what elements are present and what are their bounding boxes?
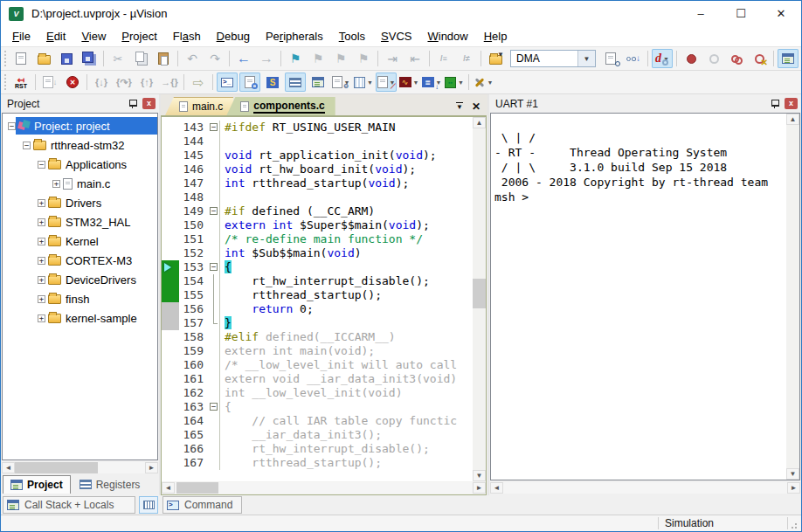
tree-item-body[interactable]: STM32_HAL — [45, 213, 157, 231]
tree-item-kernel-sample[interactable]: +kernel-sample — [3, 308, 157, 328]
bookmark-next-button[interactable]: ⚑ — [330, 49, 351, 68]
menu-peripherals[interactable]: Peripherals — [258, 28, 331, 45]
chevron-down-icon[interactable]: ▼ — [458, 79, 464, 86]
navigate-forward-button[interactable]: → — [256, 49, 277, 68]
pin-icon[interactable] — [771, 99, 779, 108]
code-line-149[interactable]: 149−#if defined (__CC_ARM) — [162, 204, 473, 218]
expand-icon[interactable]: + — [52, 180, 60, 188]
menu-edit[interactable]: Edit — [38, 28, 73, 45]
code-line-150[interactable]: 150extern int $Super$$main(void); — [162, 218, 473, 232]
tree-item-body[interactable]: main.c — [60, 175, 157, 192]
expand-icon[interactable]: + — [38, 199, 45, 207]
step-over-button[interactable]: {↷} — [114, 73, 135, 92]
code-line-157[interactable]: 157} — [162, 316, 473, 330]
tree-item-body[interactable]: finsh — [45, 290, 157, 307]
tree-item-stm32-hal[interactable]: +STM32_HAL — [3, 212, 157, 231]
undo-button[interactable]: ↶ — [182, 49, 203, 68]
code-line-154[interactable]: 154 rt_hw_interrupt_disable(); — [162, 274, 473, 288]
tree-item-cortex-m3[interactable]: +CORTEX-M3 — [3, 251, 157, 270]
menu-project[interactable]: Project — [114, 28, 164, 45]
paste-button[interactable] — [153, 49, 174, 68]
configure-flags-button[interactable]: ▼ — [485, 49, 506, 68]
tab-project[interactable]: Project — [3, 475, 71, 494]
minimize-button[interactable]: – — [681, 1, 721, 26]
new-file-button[interactable] — [10, 49, 31, 68]
toolbox-window-button[interactable]: ▪▪▼ — [444, 73, 465, 92]
code-line-155[interactable]: 155 rtthread_startup(); — [162, 288, 473, 302]
fold-collapse-icon[interactable]: − — [210, 263, 218, 271]
code-line-156[interactable]: 156 return 0; — [162, 302, 473, 316]
code-line-152[interactable]: 152int $Sub$$main(void) — [162, 246, 473, 260]
disassembly-window-button[interactable] — [239, 73, 260, 92]
cut-button[interactable]: ✂ — [107, 49, 128, 68]
menu-tools[interactable]: Tools — [331, 28, 373, 45]
scroll-down-icon[interactable]: ▼ — [786, 468, 799, 480]
navigate-back-button[interactable]: ← — [233, 49, 254, 68]
breakpoint-insert-button[interactable] — [681, 49, 702, 68]
sysview-window-button[interactable]: ≣↓▼ — [421, 73, 442, 92]
editor-h-scrollbar[interactable]: ◄ ► — [162, 481, 486, 494]
tree-item-body[interactable]: rtthread-stm32 — [31, 136, 157, 154]
breakpoint-kill-all-button[interactable] — [726, 49, 747, 68]
scroll-down-icon[interactable]: ▼ — [473, 470, 486, 481]
tree-item-project-project[interactable]: −Project: project — [3, 116, 157, 135]
tab-command[interactable]: > Command — [162, 496, 242, 514]
code-line-160[interactable]: 160/* __low_level_init will auto call — [162, 358, 473, 372]
breakpoint-disable-all-button[interactable]: ✕ — [749, 49, 770, 68]
run-button[interactable]: ↓ — [39, 73, 60, 92]
uart-v-scrollbar[interactable]: ▲ ▼ — [786, 114, 799, 480]
save-button[interactable] — [56, 49, 77, 68]
find-in-files-button[interactable] — [600, 49, 621, 68]
menu-debug[interactable]: Debug — [209, 28, 258, 45]
serial-window-button[interactable]: ∕▼ — [376, 73, 397, 92]
scroll-up-icon[interactable]: ▲ — [786, 114, 799, 125]
scroll-right-icon[interactable]: ► — [145, 462, 158, 473]
close-button[interactable]: ✕ — [761, 1, 801, 26]
menu-view[interactable]: View — [73, 28, 114, 45]
breakpoint-enable-button[interactable] — [703, 49, 724, 68]
fold-column[interactable]: − — [209, 400, 220, 414]
fold-collapse-icon[interactable]: − — [210, 207, 218, 215]
unindent-button[interactable]: ⇤ — [404, 49, 425, 68]
indent-button[interactable]: ⇥ — [382, 49, 403, 68]
chevron-down-icon[interactable]: ▼ — [487, 79, 494, 86]
symbol-window-button[interactable]: S — [262, 73, 283, 92]
scroll-left-icon[interactable]: ◄ — [162, 482, 175, 494]
step-into-button[interactable]: {↓} — [91, 73, 112, 92]
bookmark-clear-button[interactable]: ⚑ — [353, 49, 374, 68]
uart-h-scrollbar[interactable]: ◄ ► — [490, 481, 800, 494]
window-list-icon[interactable]: ▼ — [456, 102, 463, 111]
run-to-cursor-button[interactable]: →{} — [159, 73, 180, 92]
maximize-button[interactable]: ☐ — [721, 1, 761, 26]
code-line-167[interactable]: 167 rtthread_startup(); — [162, 456, 473, 470]
tab-call-stack-locals[interactable]: Call Stack + Locals — [3, 496, 135, 514]
expand-icon[interactable]: + — [38, 295, 45, 303]
chevron-down-icon[interactable]: ▼ — [413, 79, 419, 86]
project-h-scrollbar[interactable]: ◄ ► — [2, 461, 158, 474]
close-document-icon[interactable]: ✕ — [472, 101, 481, 112]
editor-tab-main-c[interactable]: main.c — [165, 97, 233, 115]
reset-button[interactable]: ↤RST — [10, 73, 31, 92]
expand-icon[interactable]: + — [38, 314, 45, 322]
command-window-button[interactable]: >_ — [217, 73, 238, 92]
open-project-button[interactable] — [33, 49, 54, 68]
target-combo[interactable]: DMA▼ — [510, 50, 596, 67]
tree-item-body[interactable]: kernel-sample — [45, 309, 157, 327]
comment-button[interactable]: /≡ — [433, 49, 454, 68]
expand-icon[interactable]: + — [38, 276, 45, 284]
tree-item-drivers[interactable]: +Drivers — [3, 193, 157, 212]
fold-column[interactable]: − — [209, 260, 220, 274]
menu-flash[interactable]: Flash — [165, 28, 209, 45]
show-next-statement-button[interactable]: ⇨ — [188, 73, 209, 92]
collapse-icon[interactable]: − — [8, 122, 16, 130]
stop-button[interactable]: ✕ — [62, 73, 83, 92]
menu-help[interactable]: Help — [476, 28, 515, 45]
menu-svcs[interactable]: SVCS — [373, 28, 419, 45]
copy-button[interactable] — [130, 49, 151, 68]
code-editor[interactable]: 143−#ifdef RT_USING_USER_MAIN144145void … — [162, 117, 473, 481]
code-line-159[interactable]: 159extern int main(void); — [162, 344, 473, 358]
code-line-166[interactable]: 166 rt_hw_interrupt_disable(); — [162, 442, 473, 456]
selected-highlight[interactable]: Project: project — [16, 117, 157, 135]
code-line-148[interactable]: 148 — [162, 190, 473, 204]
redo-button[interactable]: ↷ — [204, 49, 225, 68]
